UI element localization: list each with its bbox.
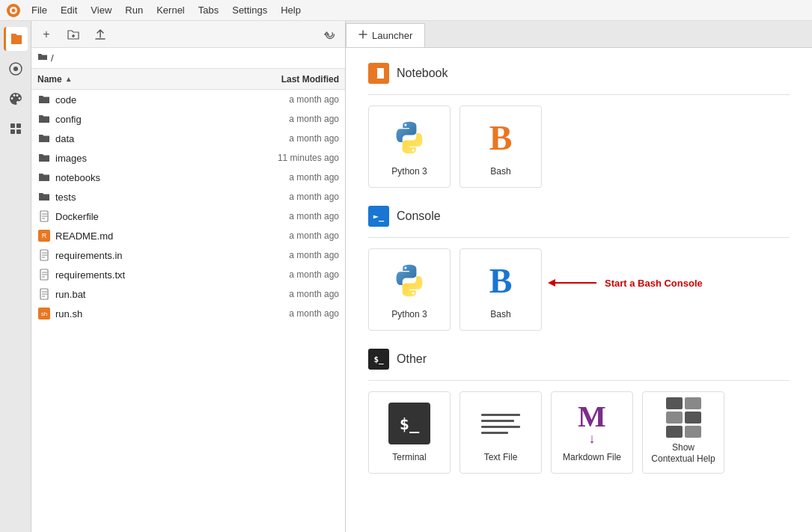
file-modified: a month ago — [234, 192, 339, 202]
menu-tabs[interactable]: Tabs — [192, 3, 225, 17]
list-item[interactable]: notebooks a month ago — [31, 168, 345, 187]
bash-console-icon: B — [478, 258, 523, 303]
other-cards: $_ Terminal Text — [368, 391, 790, 474]
list-item[interactable]: tests a month ago — [31, 187, 345, 207]
terminal-label: Terminal — [392, 452, 426, 464]
file-name: code — [55, 94, 234, 106]
menu-view[interactable]: View — [85, 3, 117, 17]
python3-console-card[interactable]: Python 3 — [368, 248, 451, 331]
notebook-section-title: Notebook — [397, 67, 448, 80]
file-modified: a month ago — [234, 250, 339, 260]
list-item[interactable]: code a month ago — [31, 90, 345, 109]
activity-running[interactable] — [4, 57, 28, 81]
folder-icon — [37, 52, 48, 64]
file-panel: + — [31, 21, 346, 532]
file-name: run.bat — [55, 289, 234, 300]
menu-settings[interactable]: Settings — [226, 3, 273, 17]
file-name: requirements.txt — [55, 269, 234, 281]
folder-icon — [37, 132, 51, 145]
file-modified: a month ago — [234, 308, 339, 319]
console-cards: Python 3 B Bash Start a B — [368, 248, 790, 331]
folder-icon — [37, 171, 51, 184]
activity-palette[interactable] — [4, 87, 28, 111]
list-item[interactable]: requirements.txt a month ago — [31, 265, 345, 284]
annotation-arrow-icon — [548, 277, 600, 289]
python-console-icon — [387, 258, 432, 303]
list-item[interactable]: run.bat a month ago — [31, 284, 345, 304]
terminal-card[interactable]: $_ Terminal — [368, 391, 451, 474]
file-modified: a month ago — [234, 230, 339, 241]
folder-icon — [37, 112, 51, 126]
console-section-header: ►_ Console — [368, 206, 790, 227]
activity-files[interactable] — [4, 27, 28, 51]
menu-edit[interactable]: Edit — [55, 3, 83, 17]
runsh-icon: sh — [37, 307, 51, 320]
other-section-header: $_ Other — [368, 349, 790, 370]
bash-console-card[interactable]: B Bash — [460, 248, 542, 331]
markdown-card[interactable]: M ↓ Markdown File — [551, 391, 633, 474]
svg-rect-28 — [373, 68, 377, 79]
contextual-help-card[interactable]: Show Contextual Help — [642, 391, 724, 474]
refresh-button[interactable] — [321, 25, 339, 43]
col-name-header[interactable]: Name ▲ — [37, 74, 234, 85]
other-section-icon: $_ — [368, 349, 389, 370]
svg-rect-5 — [10, 123, 15, 128]
list-item[interactable]: images 11 minutes ago — [31, 148, 345, 168]
list-item[interactable]: sh run.sh a month ago — [31, 304, 345, 323]
menu-kernel[interactable]: Kernel — [150, 3, 191, 17]
file-modified: a month ago — [234, 94, 339, 105]
list-item[interactable]: config a month ago — [31, 109, 345, 129]
tab-launcher[interactable]: Launcher — [346, 23, 425, 47]
main-layout: + — [0, 21, 812, 532]
file-name: notebooks — [55, 172, 234, 183]
menubar: File Edit View Run Kernel Tabs Settings … — [0, 0, 812, 21]
console-divider — [368, 237, 790, 238]
new-folder-button[interactable] — [64, 25, 82, 43]
console-section-title: Console — [397, 210, 441, 223]
markdown-label: Markdown File — [563, 452, 621, 464]
svg-rect-7 — [10, 129, 15, 134]
bash-console-label: Bash — [490, 309, 510, 321]
textfile-card[interactable]: Text File — [460, 391, 542, 474]
file-name: config — [55, 114, 234, 125]
activity-grid[interactable] — [4, 117, 28, 141]
list-item[interactable]: data a month ago — [31, 129, 345, 148]
file-name: data — [55, 133, 234, 144]
readme-icon: R — [37, 229, 51, 242]
menu-file[interactable]: File — [25, 3, 53, 17]
python3-notebook-card[interactable]: Python 3 — [368, 106, 451, 188]
console-section-icon: ►_ — [368, 206, 389, 227]
file-name: run.sh — [55, 308, 234, 319]
menu-run[interactable]: Run — [119, 3, 149, 17]
file-icon — [37, 268, 51, 281]
bash-notebook-card[interactable]: B Bash — [460, 106, 542, 188]
new-file-button[interactable]: + — [37, 25, 55, 43]
file-toolbar: + — [31, 21, 345, 48]
tab-bar: Launcher — [346, 21, 812, 48]
terminal-icon: $_ — [387, 401, 432, 446]
list-item[interactable]: requirements.in a month ago — [31, 245, 345, 265]
file-modified: a month ago — [234, 289, 339, 299]
upload-button[interactable] — [91, 25, 109, 43]
list-item[interactable]: R README.md a month ago — [31, 226, 345, 245]
python-notebook-icon — [387, 115, 432, 160]
annotation-text: Start a Bash Console — [605, 278, 703, 289]
app-logo — [6, 3, 21, 18]
menu-help[interactable]: Help — [275, 3, 307, 17]
help-card-icon — [661, 400, 706, 436]
contextual-help-label: Show Contextual Help — [650, 442, 716, 465]
file-modified: a month ago — [234, 269, 339, 280]
breadcrumb-text: / — [51, 52, 54, 64]
notebook-cards: Python 3 B Bash — [368, 106, 790, 188]
bash-console-annotation: Start a Bash Console — [548, 277, 703, 289]
file-icon — [37, 248, 51, 262]
file-name: tests — [55, 192, 234, 203]
file-list: code a month ago config a month ago data… — [31, 90, 345, 532]
file-modified: a month ago — [234, 114, 339, 124]
list-item[interactable]: Dockerfile a month ago — [31, 207, 345, 226]
file-icon — [37, 210, 51, 223]
file-name: Dockerfile — [55, 211, 234, 222]
main-content: Launcher Notebook — [346, 21, 812, 532]
file-name: images — [55, 153, 234, 164]
col-modified-header[interactable]: Last Modified — [234, 74, 339, 85]
